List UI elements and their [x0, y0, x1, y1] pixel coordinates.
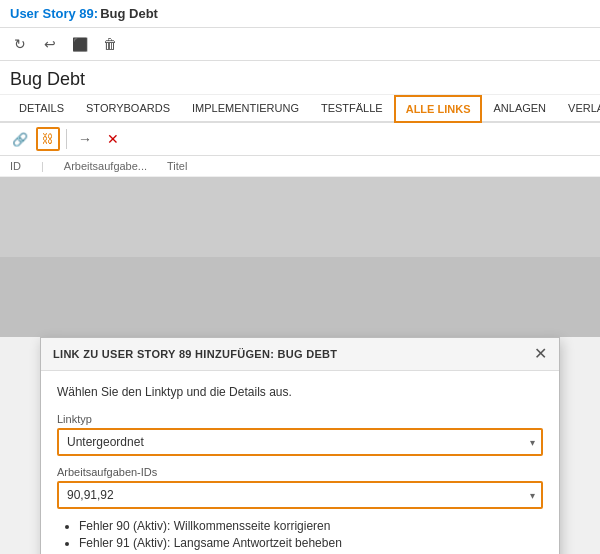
forward-icon: → — [78, 131, 92, 147]
add-link-button-2[interactable]: ⛓ — [36, 127, 60, 151]
linktype-select[interactable]: Untergeordnet — [57, 428, 543, 456]
delete-icon: 🗑 — [103, 36, 117, 52]
tab-verlaufsgeschichte[interactable]: VERLAUFSGESCHICHTE — [557, 95, 600, 123]
undo-icon: ↩ — [44, 36, 56, 52]
col-tasks: Arbeitsaufgabe... — [64, 160, 147, 172]
main-toolbar: ↻ ↩ ⬛ 🗑 — [0, 28, 600, 61]
add-link-button-1[interactable]: 🔗 — [8, 127, 32, 151]
work-item-title-area: Bug Debt — [0, 61, 600, 95]
undo-button[interactable]: ↩ — [38, 32, 62, 56]
title-link[interactable]: User Story 89: — [10, 6, 98, 21]
tab-storyboards[interactable]: STORYBOARDS — [75, 95, 181, 123]
modal-overlay: LINK ZU USER STORY 89 HINZUFÜGEN: BUG DE… — [0, 177, 600, 337]
col-id: ID — [10, 160, 21, 172]
links-header: ID | Arbeitsaufgabe... Titel — [0, 156, 600, 177]
tasks-label: Arbeitsaufgaben-IDs — [57, 466, 543, 478]
tab-implementierung[interactable]: IMPLEMENTIERUNG — [181, 95, 310, 123]
tab-testfaelle[interactable]: TESTFÄLLE — [310, 95, 394, 123]
work-item-title: Bug Debt — [10, 69, 85, 89]
title-rest: Bug Debt — [100, 6, 158, 21]
add-link-modal: LINK ZU USER STORY 89 HINZUFÜGEN: BUG DE… — [40, 337, 560, 554]
title-bar: User Story 89: Bug Debt — [0, 0, 600, 28]
save-button[interactable]: ⬛ — [68, 32, 92, 56]
tab-details[interactable]: DETAILS — [8, 95, 75, 123]
modal-close-button[interactable]: ✕ — [534, 346, 547, 362]
modal-description: Wählen Sie den Linktyp und die Details a… — [57, 385, 543, 399]
tasks-input[interactable] — [57, 481, 543, 509]
delete-button[interactable]: 🗑 — [98, 32, 122, 56]
save-icon: ⬛ — [72, 37, 88, 52]
tab-anlagen[interactable]: ANLAGEN — [482, 95, 557, 123]
add-icon: 🔗 — [12, 132, 28, 147]
action-bar: 🔗 ⛓ → ✕ — [0, 123, 600, 156]
close-icon: ✕ — [534, 345, 547, 362]
task-list: Fehler 90 (Aktiv): Willkommensseite korr… — [57, 519, 543, 554]
add-link-icon: ⛓ — [42, 132, 54, 146]
refresh-icon: ↻ — [14, 36, 26, 52]
col-title: Titel — [167, 160, 187, 172]
linktype-group: Linktyp Untergeordnet ▾ — [57, 413, 543, 456]
links-content: LINK ZU USER STORY 89 HINZUFÜGEN: BUG DE… — [0, 177, 600, 257]
remove-button[interactable]: ✕ — [101, 127, 125, 151]
modal-title: LINK ZU USER STORY 89 HINZUFÜGEN: BUG DE… — [53, 348, 337, 360]
refresh-button[interactable]: ↻ — [8, 32, 32, 56]
linktype-select-wrapper: Untergeordnet ▾ — [57, 428, 543, 456]
list-item: Fehler 91 (Aktiv): Langsame Antwortzeit … — [79, 536, 543, 550]
modal-body: Wählen Sie den Linktyp und die Details a… — [41, 371, 559, 554]
forward-button[interactable]: → — [73, 127, 97, 151]
tasks-input-wrapper: ▾ — [57, 481, 543, 509]
tab-alle-links[interactable]: ALLE LINKS — [394, 95, 483, 123]
tasks-group: Arbeitsaufgaben-IDs ▾ — [57, 466, 543, 509]
list-item: Fehler 90 (Aktiv): Willkommensseite korr… — [79, 519, 543, 533]
linktype-label: Linktyp — [57, 413, 543, 425]
tabs-bar: DETAILS STORYBOARDS IMPLEMENTIERUNG TEST… — [0, 95, 600, 123]
action-separator — [66, 129, 67, 149]
modal-header: LINK ZU USER STORY 89 HINZUFÜGEN: BUG DE… — [41, 338, 559, 371]
remove-icon: ✕ — [107, 131, 119, 147]
